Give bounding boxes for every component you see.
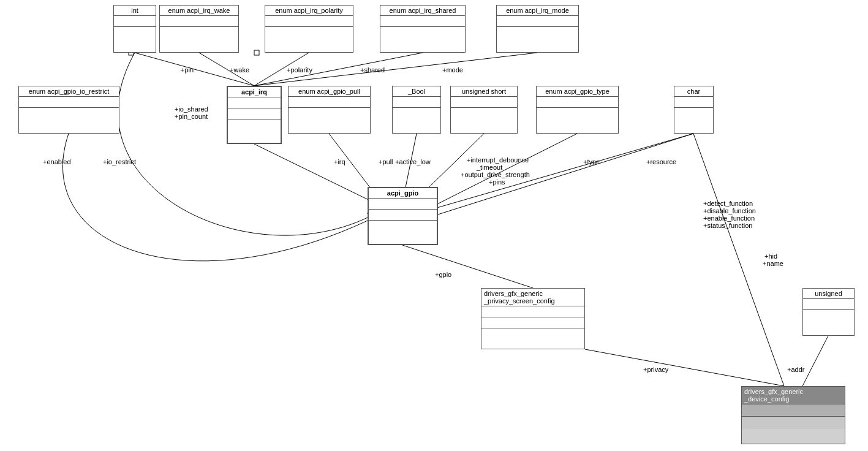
- label-interrupt-debounce: +interrupt_debounce: [467, 156, 529, 164]
- box-drivers-gfx-privacy-section3: [481, 328, 584, 339]
- label-detect-function: +detect_function: [703, 200, 753, 207]
- box-enum-acpi-irq-shared-title: enum acpi_irq_shared: [380, 6, 465, 16]
- label-gpio: +gpio: [435, 271, 451, 278]
- svg-line-5: [254, 144, 386, 208]
- box-enum-acpi-irq-polarity: enum acpi_irq_polarity: [265, 5, 353, 53]
- label-irq: +irq: [334, 158, 345, 165]
- box-enum-acpi-irq-wake: enum acpi_irq_wake: [159, 5, 239, 53]
- box-enum-acpi-gpio-pull: enum acpi_gpio_pull: [288, 86, 371, 134]
- label-io-shared: +io_shared: [175, 105, 208, 113]
- box-unsigned-title: unsigned: [803, 289, 854, 299]
- box-char-section1: [674, 97, 713, 108]
- svg-line-11: [402, 245, 533, 288]
- box-enum-acpi-irq-shared: enum acpi_irq_shared: [380, 5, 466, 53]
- box-char-title: char: [674, 86, 713, 97]
- box-acpi-gpio-section2: [369, 210, 437, 221]
- box-int-section2: [114, 27, 156, 38]
- box-acpi-gpio-title: acpi_gpio: [369, 188, 437, 199]
- box-bool-title: _Bool: [393, 86, 440, 97]
- label-io-restrict: +io_restrict: [103, 158, 136, 165]
- box-acpi-gpio-section1: [369, 199, 437, 210]
- label-privacy: +privacy: [643, 366, 668, 373]
- box-unsigned-section1: [803, 299, 854, 310]
- box-acpi-irq-section1: [228, 97, 281, 108]
- label-pins: +pins: [489, 178, 505, 186]
- box-drivers-gfx-device-title: drivers_gfx_generic_device_config: [742, 387, 845, 404]
- label-timeout: _timeout: [477, 164, 502, 171]
- label-hid: +hid: [764, 252, 777, 260]
- box-acpi-irq-section2: [228, 108, 281, 119]
- box-enum-acpi-irq-polarity-section1: [265, 16, 353, 27]
- box-enum-acpi-gpio-io-restrict-title: enum acpi_gpio_io_restrict: [19, 86, 119, 97]
- box-unsigned-section2: [803, 310, 854, 321]
- box-drivers-gfx-device-section1: [742, 404, 845, 417]
- box-acpi-irq-section3: [228, 119, 281, 131]
- box-enum-acpi-gpio-pull-section1: [289, 97, 370, 108]
- box-drivers-gfx-privacy-section1: [481, 306, 584, 317]
- box-bool-section1: [393, 97, 440, 108]
- box-enum-acpi-irq-polarity-title: enum acpi_irq_polarity: [265, 6, 353, 16]
- box-enum-acpi-gpio-type-section2: [537, 108, 618, 119]
- svg-line-15: [802, 336, 828, 386]
- box-enum-acpi-gpio-io-restrict-section1: [19, 97, 119, 108]
- box-enum-acpi-irq-mode-section2: [497, 27, 578, 38]
- box-unsigned-short-section2: [451, 108, 517, 119]
- box-enum-acpi-gpio-type-title: enum acpi_gpio_type: [537, 86, 618, 97]
- svg-line-3: [254, 53, 423, 86]
- box-enum-acpi-gpio-io-restrict-section2: [19, 108, 119, 119]
- label-enabled: +enabled: [43, 158, 71, 165]
- label-shared: +shared: [360, 66, 385, 74]
- box-enum-acpi-irq-polarity-section2: [265, 27, 353, 38]
- label-enable-function: +enable_function: [703, 214, 755, 222]
- box-drivers-gfx-privacy: drivers_gfx_generic_privacy_screen_confi…: [481, 288, 585, 349]
- box-drivers-gfx-privacy-title-text: drivers_gfx_generic_privacy_screen_confi…: [484, 290, 555, 305]
- label-resource: +resource: [646, 158, 676, 165]
- box-acpi-irq: acpi_irq: [227, 86, 282, 144]
- box-enum-acpi-irq-mode: enum acpi_irq_mode: [496, 5, 579, 53]
- box-unsigned-short: unsigned short: [450, 86, 518, 134]
- label-polarity: +polarity: [287, 66, 312, 74]
- label-pull: +pull: [379, 158, 393, 165]
- box-unsigned-short-title: unsigned short: [451, 86, 517, 97]
- box-int-section1: [114, 16, 156, 27]
- box-enum-acpi-irq-shared-section1: [380, 16, 465, 27]
- label-mode: +mode: [442, 66, 463, 74]
- box-acpi-gpio-section3: [369, 221, 437, 232]
- box-enum-acpi-irq-shared-section2: [380, 27, 465, 38]
- box-enum-acpi-irq-mode-section1: [497, 16, 578, 27]
- box-enum-acpi-irq-wake-section2: [160, 27, 238, 38]
- box-char-section2: [674, 108, 713, 119]
- box-unsigned-short-section1: [451, 97, 517, 108]
- box-enum-acpi-irq-mode-title: enum acpi_irq_mode: [497, 6, 578, 16]
- label-type: +type: [583, 158, 600, 165]
- label-wake: +wake: [230, 66, 249, 74]
- svg-rect-20: [254, 50, 259, 55]
- box-unsigned: unsigned: [802, 288, 855, 336]
- box-enum-acpi-gpio-pull-section2: [289, 108, 370, 119]
- box-int-title: int: [114, 6, 156, 16]
- box-drivers-gfx-device[interactable]: drivers_gfx_generic_device_config: [741, 386, 845, 444]
- label-name: +name: [763, 260, 783, 267]
- box-int: int: [113, 5, 156, 53]
- label-pin: +pin: [181, 66, 194, 74]
- box-enum-acpi-gpio-pull-title: enum acpi_gpio_pull: [289, 86, 370, 97]
- label-status-function: +status_function: [703, 222, 752, 229]
- box-bool-section2: [393, 108, 440, 119]
- box-drivers-gfx-device-section2: [742, 417, 845, 429]
- box-acpi-gpio: acpi_gpio: [368, 187, 438, 245]
- box-acpi-irq-title: acpi_irq: [228, 87, 281, 97]
- box-enum-acpi-gpio-type: enum acpi_gpio_type: [536, 86, 619, 134]
- box-bool: _Bool: [392, 86, 441, 134]
- box-enum-acpi-irq-wake-title: enum acpi_irq_wake: [160, 6, 238, 16]
- label-disable-function: +disable_function: [703, 207, 756, 214]
- label-addr: +addr: [787, 366, 804, 373]
- box-enum-acpi-irq-wake-section1: [160, 16, 238, 27]
- box-drivers-gfx-privacy-title: drivers_gfx_generic_privacy_screen_confi…: [481, 289, 584, 306]
- box-drivers-gfx-privacy-section2: [481, 317, 584, 328]
- label-pin-count: +pin_count: [175, 113, 208, 120]
- label-active-low: +active_low: [395, 158, 431, 165]
- svg-line-14: [585, 349, 784, 386]
- box-char: char: [674, 86, 714, 134]
- diagram-container: int enum acpi_irq_wake enum acpi_irq_pol…: [0, 0, 868, 451]
- box-enum-acpi-gpio-io-restrict: enum acpi_gpio_io_restrict: [18, 86, 119, 134]
